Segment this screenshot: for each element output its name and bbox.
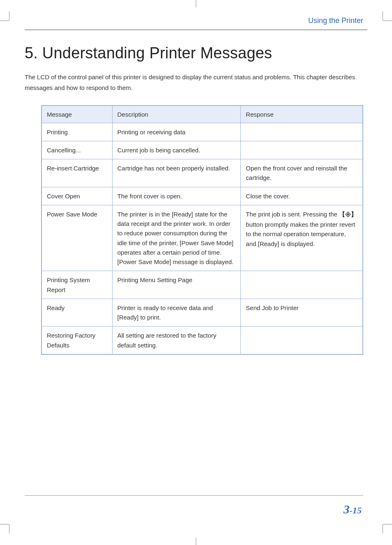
cell-description: All setting are restored to the factory … [112,327,241,354]
page-number: 3-15 [25,502,363,516]
crop-mark [0,524,9,524]
col-header-description: Description [112,106,241,123]
crop-mark [383,11,383,21]
page-footer: 3-15 [25,495,363,516]
cell-response: Open the front cover and reinstall the c… [241,159,363,187]
svg-marker-1 [347,213,349,216]
table-row: Cover Open The front cover is open. Clos… [42,187,363,205]
page-number-chapter: 3 [344,502,350,516]
footer-rule [25,495,363,496]
page-number-page: 15 [353,505,362,515]
col-header-response: Response [241,106,363,123]
page-number-sep: - [350,505,353,515]
cell-response: Send Job to Printer [241,299,363,327]
cell-description: Printer is ready to receive data and [Re… [112,299,241,327]
chapter-number: 5. [25,44,38,62]
crop-mark [383,524,383,534]
cell-response: The print job is sent. Pressing the 【】 b… [241,205,363,271]
cell-description: The printer is in the [Ready] state for … [112,205,241,271]
running-head: Using the Printer [25,16,367,29]
crop-mark [196,538,196,545]
crop-mark [383,21,392,21]
cell-message: Ready [42,299,112,327]
table-row: Printing System Report Printing Menu Set… [42,271,363,299]
cell-response [241,141,363,159]
page-content: Using the Printer 5. Understanding Print… [25,16,367,529]
crop-mark [196,0,196,7]
table-row: Printing Printing or receiving data [42,123,363,141]
cell-response-pre: The print job is sent. Pressing the [246,211,339,218]
crop-mark [9,11,9,21]
cell-message: Cancelling... [42,141,112,159]
crop-mark [9,524,9,534]
start-diamond-icon [345,210,351,220]
cell-description: Current job is being cancelled. [112,141,241,159]
col-header-message: Message [42,106,112,123]
open-bracket-icon: 【 [339,211,345,218]
cell-message: Printing [42,123,112,141]
close-bracket-icon: 】 [351,211,357,218]
cell-response: Close the cover. [241,187,363,205]
cell-message: Restoring Factory Defaults [42,327,112,354]
table-row: Restoring Factory Defaults All setting a… [42,327,363,354]
messages-table: Message Description Response Printing Pr… [41,105,363,355]
header-rule [25,29,367,30]
table-header-row: Message Description Response [42,106,363,123]
table-row: Ready Printer is ready to receive data a… [42,299,363,327]
cell-response [241,271,363,299]
cell-message: Cover Open [42,187,112,205]
cell-message: Printing System Report [42,271,112,299]
cell-description: The front cover is open. [112,187,241,205]
cell-description: Printing Menu Setting Page [112,271,241,299]
table-row: Cancelling... Current job is being cance… [42,141,363,159]
cell-response [241,327,363,354]
cell-response [241,123,363,141]
cell-message: Re-insert Cartridge [42,159,112,187]
cell-response-post: button promptly makes the printer revert… [246,221,355,247]
crop-mark [383,524,392,524]
intro-paragraph: The LCD of the control panel of this pri… [25,72,367,94]
table-row: Re-insert Cartridge Cartridge has not be… [42,159,363,187]
crop-mark [0,21,9,21]
cell-message: Power Save Mode [42,205,112,271]
cell-description: Cartridge has not been properly installe… [112,159,241,187]
chapter-title-text: Understanding Printer Messages [42,44,272,62]
table-row: Power Save Mode The printer is in the [R… [42,205,363,271]
cell-description: Printing or receiving data [112,123,241,141]
chapter-heading: 5. Understanding Printer Messages [25,44,367,62]
